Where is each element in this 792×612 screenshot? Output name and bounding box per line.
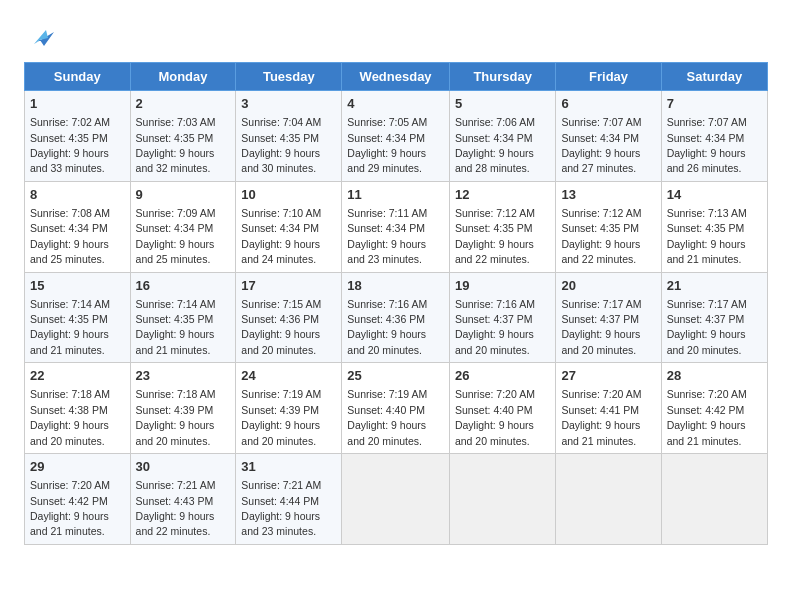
day-number: 28 <box>667 367 762 385</box>
calendar-week-1: 1 Sunrise: 7:02 AMSunset: 4:35 PMDayligh… <box>25 91 768 182</box>
day-info: Sunrise: 7:11 AMSunset: 4:34 PMDaylight:… <box>347 207 427 265</box>
day-info: Sunrise: 7:12 AMSunset: 4:35 PMDaylight:… <box>561 207 641 265</box>
logo <box>24 24 54 52</box>
day-number: 8 <box>30 186 125 204</box>
calendar-week-3: 15 Sunrise: 7:14 AMSunset: 4:35 PMDaylig… <box>25 272 768 363</box>
day-number: 2 <box>136 95 231 113</box>
weekday-header-tuesday: Tuesday <box>236 63 342 91</box>
day-number: 6 <box>561 95 655 113</box>
day-info: Sunrise: 7:21 AMSunset: 4:44 PMDaylight:… <box>241 479 321 537</box>
day-info: Sunrise: 7:03 AMSunset: 4:35 PMDaylight:… <box>136 116 216 174</box>
day-number: 31 <box>241 458 336 476</box>
calendar-header: SundayMondayTuesdayWednesdayThursdayFrid… <box>25 63 768 91</box>
day-info: Sunrise: 7:20 AMSunset: 4:42 PMDaylight:… <box>30 479 110 537</box>
day-number: 20 <box>561 277 655 295</box>
day-info: Sunrise: 7:17 AMSunset: 4:37 PMDaylight:… <box>667 298 747 356</box>
weekday-header-saturday: Saturday <box>661 63 767 91</box>
day-info: Sunrise: 7:18 AMSunset: 4:38 PMDaylight:… <box>30 388 110 446</box>
day-info: Sunrise: 7:19 AMSunset: 4:39 PMDaylight:… <box>241 388 321 446</box>
calendar-cell <box>342 454 450 545</box>
day-info: Sunrise: 7:09 AMSunset: 4:34 PMDaylight:… <box>136 207 216 265</box>
day-number: 4 <box>347 95 444 113</box>
calendar-cell <box>661 454 767 545</box>
calendar-cell: 8 Sunrise: 7:08 AMSunset: 4:34 PMDayligh… <box>25 181 131 272</box>
day-number: 23 <box>136 367 231 385</box>
calendar-cell: 18 Sunrise: 7:16 AMSunset: 4:36 PMDaylig… <box>342 272 450 363</box>
calendar-cell: 16 Sunrise: 7:14 AMSunset: 4:35 PMDaylig… <box>130 272 236 363</box>
calendar-cell: 30 Sunrise: 7:21 AMSunset: 4:43 PMDaylig… <box>130 454 236 545</box>
day-info: Sunrise: 7:20 AMSunset: 4:40 PMDaylight:… <box>455 388 535 446</box>
day-info: Sunrise: 7:15 AMSunset: 4:36 PMDaylight:… <box>241 298 321 356</box>
day-number: 18 <box>347 277 444 295</box>
day-info: Sunrise: 7:14 AMSunset: 4:35 PMDaylight:… <box>30 298 110 356</box>
weekday-header-thursday: Thursday <box>449 63 556 91</box>
day-info: Sunrise: 7:10 AMSunset: 4:34 PMDaylight:… <box>241 207 321 265</box>
day-number: 9 <box>136 186 231 204</box>
calendar-cell: 7 Sunrise: 7:07 AMSunset: 4:34 PMDayligh… <box>661 91 767 182</box>
calendar-week-2: 8 Sunrise: 7:08 AMSunset: 4:34 PMDayligh… <box>25 181 768 272</box>
day-number: 7 <box>667 95 762 113</box>
calendar-cell: 15 Sunrise: 7:14 AMSunset: 4:35 PMDaylig… <box>25 272 131 363</box>
day-info: Sunrise: 7:06 AMSunset: 4:34 PMDaylight:… <box>455 116 535 174</box>
calendar-cell: 12 Sunrise: 7:12 AMSunset: 4:35 PMDaylig… <box>449 181 556 272</box>
day-number: 26 <box>455 367 551 385</box>
calendar-cell: 31 Sunrise: 7:21 AMSunset: 4:44 PMDaylig… <box>236 454 342 545</box>
calendar-cell: 4 Sunrise: 7:05 AMSunset: 4:34 PMDayligh… <box>342 91 450 182</box>
day-info: Sunrise: 7:16 AMSunset: 4:36 PMDaylight:… <box>347 298 427 356</box>
day-number: 25 <box>347 367 444 385</box>
day-info: Sunrise: 7:19 AMSunset: 4:40 PMDaylight:… <box>347 388 427 446</box>
day-number: 3 <box>241 95 336 113</box>
day-number: 30 <box>136 458 231 476</box>
calendar-cell: 19 Sunrise: 7:16 AMSunset: 4:37 PMDaylig… <box>449 272 556 363</box>
calendar-cell: 17 Sunrise: 7:15 AMSunset: 4:36 PMDaylig… <box>236 272 342 363</box>
weekday-header-sunday: Sunday <box>25 63 131 91</box>
calendar-cell: 29 Sunrise: 7:20 AMSunset: 4:42 PMDaylig… <box>25 454 131 545</box>
weekday-header-row: SundayMondayTuesdayWednesdayThursdayFrid… <box>25 63 768 91</box>
weekday-header-wednesday: Wednesday <box>342 63 450 91</box>
day-number: 16 <box>136 277 231 295</box>
calendar-body: 1 Sunrise: 7:02 AMSunset: 4:35 PMDayligh… <box>25 91 768 545</box>
calendar-cell: 26 Sunrise: 7:20 AMSunset: 4:40 PMDaylig… <box>449 363 556 454</box>
calendar-cell: 23 Sunrise: 7:18 AMSunset: 4:39 PMDaylig… <box>130 363 236 454</box>
day-number: 17 <box>241 277 336 295</box>
calendar-cell: 6 Sunrise: 7:07 AMSunset: 4:34 PMDayligh… <box>556 91 661 182</box>
day-number: 24 <box>241 367 336 385</box>
calendar-cell: 27 Sunrise: 7:20 AMSunset: 4:41 PMDaylig… <box>556 363 661 454</box>
calendar-cell: 5 Sunrise: 7:06 AMSunset: 4:34 PMDayligh… <box>449 91 556 182</box>
day-number: 22 <box>30 367 125 385</box>
day-number: 29 <box>30 458 125 476</box>
calendar-week-4: 22 Sunrise: 7:18 AMSunset: 4:38 PMDaylig… <box>25 363 768 454</box>
day-info: Sunrise: 7:14 AMSunset: 4:35 PMDaylight:… <box>136 298 216 356</box>
calendar-cell: 24 Sunrise: 7:19 AMSunset: 4:39 PMDaylig… <box>236 363 342 454</box>
day-info: Sunrise: 7:02 AMSunset: 4:35 PMDaylight:… <box>30 116 110 174</box>
day-number: 21 <box>667 277 762 295</box>
calendar-cell <box>556 454 661 545</box>
logo-bird-icon <box>26 24 54 52</box>
header <box>24 20 768 52</box>
calendar-cell: 13 Sunrise: 7:12 AMSunset: 4:35 PMDaylig… <box>556 181 661 272</box>
calendar-cell: 22 Sunrise: 7:18 AMSunset: 4:38 PMDaylig… <box>25 363 131 454</box>
day-info: Sunrise: 7:04 AMSunset: 4:35 PMDaylight:… <box>241 116 321 174</box>
weekday-header-friday: Friday <box>556 63 661 91</box>
calendar-cell: 14 Sunrise: 7:13 AMSunset: 4:35 PMDaylig… <box>661 181 767 272</box>
day-number: 13 <box>561 186 655 204</box>
calendar-table: SundayMondayTuesdayWednesdayThursdayFrid… <box>24 62 768 545</box>
day-info: Sunrise: 7:20 AMSunset: 4:42 PMDaylight:… <box>667 388 747 446</box>
day-info: Sunrise: 7:07 AMSunset: 4:34 PMDaylight:… <box>667 116 747 174</box>
day-info: Sunrise: 7:08 AMSunset: 4:34 PMDaylight:… <box>30 207 110 265</box>
day-number: 15 <box>30 277 125 295</box>
day-info: Sunrise: 7:16 AMSunset: 4:37 PMDaylight:… <box>455 298 535 356</box>
day-number: 1 <box>30 95 125 113</box>
day-info: Sunrise: 7:20 AMSunset: 4:41 PMDaylight:… <box>561 388 641 446</box>
day-number: 11 <box>347 186 444 204</box>
day-info: Sunrise: 7:17 AMSunset: 4:37 PMDaylight:… <box>561 298 641 356</box>
calendar-cell: 2 Sunrise: 7:03 AMSunset: 4:35 PMDayligh… <box>130 91 236 182</box>
calendar-cell: 3 Sunrise: 7:04 AMSunset: 4:35 PMDayligh… <box>236 91 342 182</box>
day-info: Sunrise: 7:18 AMSunset: 4:39 PMDaylight:… <box>136 388 216 446</box>
day-info: Sunrise: 7:13 AMSunset: 4:35 PMDaylight:… <box>667 207 747 265</box>
calendar-cell: 28 Sunrise: 7:20 AMSunset: 4:42 PMDaylig… <box>661 363 767 454</box>
day-number: 27 <box>561 367 655 385</box>
day-number: 12 <box>455 186 551 204</box>
calendar-cell: 20 Sunrise: 7:17 AMSunset: 4:37 PMDaylig… <box>556 272 661 363</box>
calendar-cell: 25 Sunrise: 7:19 AMSunset: 4:40 PMDaylig… <box>342 363 450 454</box>
